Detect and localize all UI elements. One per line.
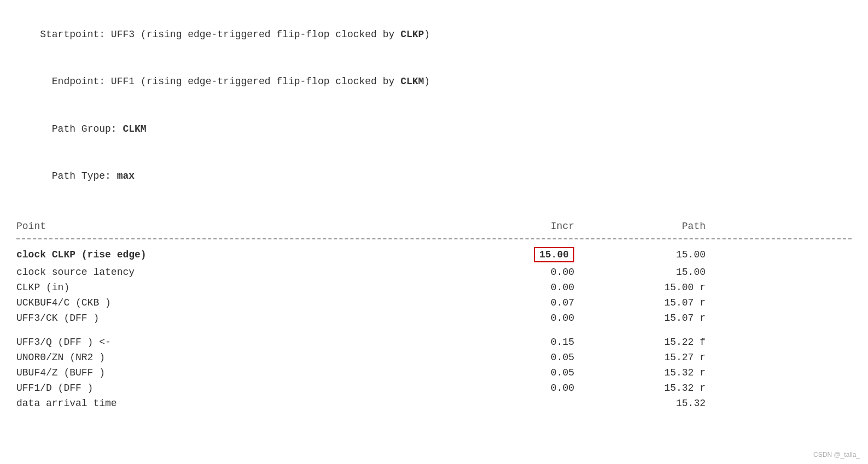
header-section: Startpoint: UFF3 (rising edge-triggered … [16, 11, 852, 200]
cell-point: UNOR0/ZN (NR2 ) [16, 352, 487, 363]
path-group-line: Path Group: CLKM [16, 105, 852, 152]
table-row: UFF3/CK (DFF )0.0015.07 r [16, 310, 852, 326]
cell-point: UFF3/Q (DFF ) <- [16, 337, 487, 348]
endpoint-prefix: Endpoint: UFF1 (rising edge-triggered fl… [40, 76, 400, 87]
cell-incr: 0.15 [487, 337, 596, 348]
cell-point: UFF3/CK (DFF ) [16, 313, 487, 324]
cell-path: 15.27 r [596, 352, 706, 363]
table-row: clock source latency0.0015.00 [16, 265, 852, 280]
col-header-incr: Incr [487, 221, 596, 232]
cell-incr: 0.00 [487, 267, 596, 278]
path-type-value: max [117, 171, 135, 181]
table-divider [16, 238, 852, 239]
cell-incr: 0.00 [487, 313, 596, 324]
path-type-line: Path Type: max [16, 152, 852, 199]
cell-path: 15.00 [596, 267, 706, 278]
col-header-path: Path [596, 221, 706, 232]
column-headers: Point Incr Path [16, 216, 852, 236]
startpoint-prefix: Startpoint: UFF3 (rising edge-triggered … [40, 29, 400, 40]
cell-path: 15.07 r [596, 297, 706, 308]
cell-incr: 0.00 [487, 383, 596, 393]
cell-incr: 15.00 [487, 247, 596, 262]
cell-incr: 0.07 [487, 297, 596, 308]
cell-point: clock source latency [16, 267, 487, 278]
cell-path: 15.07 r [596, 313, 706, 324]
table-rows-container: clock CLKP (rise edge)15.0015.00clock so… [16, 245, 852, 411]
startpoint-line: Startpoint: UFF3 (rising edge-triggered … [16, 11, 852, 58]
highlighted-incr-value: 15.00 [534, 247, 574, 262]
cell-point: UCKBUF4/C (CKB ) [16, 297, 487, 308]
cell-path: 15.00 r [596, 282, 706, 293]
table-row: UFF3/Q (DFF ) <-0.1515.22 f [16, 334, 852, 350]
table-row: UNOR0/ZN (NR2 )0.0515.27 r [16, 350, 852, 365]
endpoint-clock: CLKM [400, 76, 424, 87]
table-row: UCKBUF4/C (CKB )0.0715.07 r [16, 295, 852, 310]
table-row: UFF1/D (DFF )0.0015.32 r [16, 380, 852, 396]
cell-path: 15.32 r [596, 367, 706, 378]
path-group-value: CLKM [123, 124, 146, 134]
endpoint-suffix: ) [424, 76, 430, 87]
table-row: clock CLKP (rise edge)15.0015.00 [16, 245, 852, 265]
cell-path: 15.32 r [596, 383, 706, 393]
cell-incr: 0.00 [487, 282, 596, 293]
cell-path: 15.32 [596, 398, 706, 409]
table-row: CLKP (in)0.0015.00 r [16, 280, 852, 295]
table-row: UBUF4/Z (BUFF )0.0515.32 r [16, 365, 852, 380]
cell-point: clock CLKP (rise edge) [16, 249, 487, 260]
spacer-row [16, 326, 852, 334]
cell-incr: 0.05 [487, 352, 596, 363]
startpoint-suffix: ) [424, 29, 430, 40]
cell-path: 15.22 f [596, 337, 706, 348]
cell-point: CLKP (in) [16, 282, 487, 293]
cell-incr: 0.05 [487, 367, 596, 378]
cell-point: data arrival time [16, 398, 487, 409]
path-type-prefix: Path Type: [40, 171, 116, 181]
cell-path: 15.00 [596, 249, 706, 260]
col-header-point: Point [16, 221, 487, 232]
path-group-prefix: Path Group: [40, 124, 123, 134]
startpoint-clock: CLKP [400, 29, 424, 40]
table-row: data arrival time15.32 [16, 396, 852, 411]
endpoint-line: Endpoint: UFF1 (rising edge-triggered fl… [16, 58, 852, 105]
timing-table: Point Incr Path clock CLKP (rise edge)15… [16, 216, 852, 411]
cell-point: UBUF4/Z (BUFF ) [16, 367, 487, 378]
cell-point: UFF1/D (DFF ) [16, 383, 487, 393]
watermark: CSDN @_talla_ [813, 451, 860, 459]
